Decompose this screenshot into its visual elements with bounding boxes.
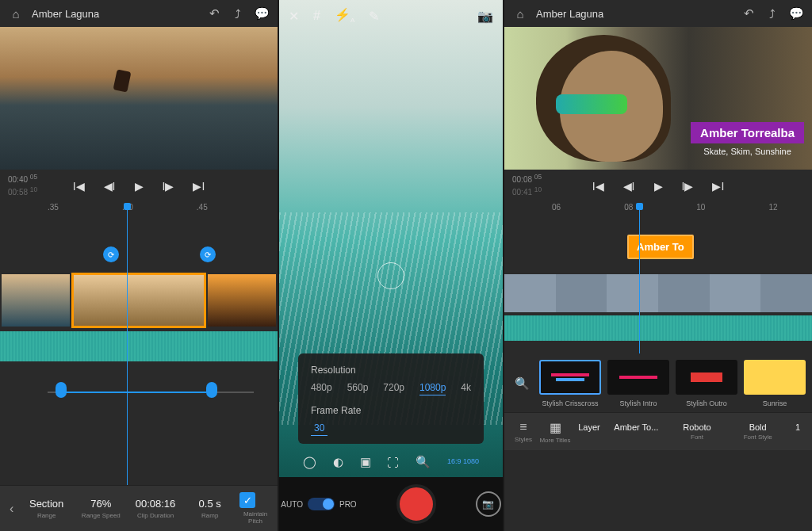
step-forward-icon[interactable]: I▶ [682,180,694,193]
step-forward-icon[interactable]: I▶ [163,180,174,193]
playhead[interactable] [127,203,128,485]
step-back-icon[interactable]: ◀I [623,180,635,193]
grid-icon[interactable]: # [313,9,320,23]
time-ruler: .35 .40 .45 [0,203,278,217]
home-icon[interactable]: ⌂ [512,7,528,21]
audio-track[interactable] [504,315,812,341]
clip-selected[interactable] [71,273,206,328]
preview[interactable]: Amber Torrealba Skate, Skim, Sunshine [504,27,812,170]
skip-start-icon[interactable]: I◀ [592,180,604,193]
resolution-option-selected[interactable]: 1080p [419,382,446,395]
video-track[interactable] [504,274,812,312]
title-tile[interactable] [539,360,601,395]
speed-range-bar[interactable] [0,377,278,406]
speed-percent[interactable]: 76% Range Speed [76,498,126,519]
capture-settings-panel: Resolution 480p 560p 720p 1080p 4k Frame… [298,353,484,444]
clip-duration[interactable]: 00:08:16 Clip Duration [131,498,181,519]
undo-icon[interactable]: ↶ [206,6,222,21]
still-photo-button[interactable]: 📷 [476,491,501,517]
zoom-icon[interactable]: 🔍 [416,455,431,469]
title-tile[interactable] [676,360,737,395]
keyframe-marker[interactable]: ⟳ [103,246,119,262]
exposure-icon[interactable]: ◐ [333,455,343,469]
resolution-option[interactable]: 560p [347,382,369,395]
title-properties-bar: ≡ Styles ▦ More Titles Layer Amber To...… [504,412,812,450]
title-tile[interactable] [607,360,669,395]
eyedropper-icon[interactable]: ✎ [369,9,379,24]
search-icon[interactable]: 🔍 [511,360,533,407]
frame-rate-value[interactable]: 30 [311,422,327,436]
resolution-option[interactable]: 720p [383,382,404,395]
timeline[interactable]: .35 .40 .45 ⟳ ⟳ [0,203,278,485]
aspect-ratio-readout[interactable]: 16:9 1080 [447,458,479,466]
white-balance-icon[interactable]: ▣ [360,455,371,469]
keyframe-marker[interactable]: ⟳ [200,246,216,262]
aperture-icon[interactable]: ◯ [303,455,316,469]
camera-viewfinder[interactable]: ✕ # ⚡A ✎ 📷 Resolution 480p 560p 720p 108… [279,0,503,531]
font-select[interactable]: Roboto Font [668,422,726,441]
camera-bottom-bar: AUTO PRO 📷 [279,477,503,531]
opacity-field[interactable]: 1 [790,422,806,441]
layer-select[interactable]: Layer [574,422,604,441]
play-icon[interactable]: ▶ [135,180,144,193]
font-weight-select[interactable]: Bold Font Style [729,422,787,441]
lower-third-subtitle: Skate, Skim, Sunshine [691,147,804,156]
range-handle-start[interactable] [56,382,67,398]
ramp-duration[interactable]: 0.5 s Ramp [185,498,235,519]
play-icon[interactable]: ▶ [654,180,663,193]
comment-icon[interactable]: 💬 [788,6,804,21]
chevron-left-icon[interactable]: ‹ [6,502,17,516]
title-tile[interactable] [744,360,806,395]
preview-thumbnail-woman: Amber Torrealba Skate, Skim, Sunshine [504,27,812,170]
mode-toggle[interactable]: AUTO PRO [281,498,356,510]
maintain-pitch[interactable]: ✓ Maintain Pitch [239,492,271,525]
share-icon[interactable]: ⤴ [230,7,246,21]
focus-ring-icon[interactable] [377,262,404,289]
playhead[interactable] [639,203,640,353]
record-button[interactable] [396,484,436,524]
audio-track[interactable] [0,331,278,361]
flip-camera-icon[interactable]: 📷 [477,9,493,24]
title-clip[interactable]: Amber To [627,235,694,259]
title-text-field[interactable]: Amber To... [607,422,665,441]
comment-icon[interactable]: 💬 [254,6,270,21]
resolution-options: 480p 560p 720p 1080p 4k [311,382,471,395]
topbar: ⌂ Amber Laguna ↶ ⤴ 💬 [504,0,812,27]
styles-icon[interactable]: ≡ [511,420,536,434]
range-handle-end[interactable] [206,382,217,398]
flash-icon[interactable]: ⚡A [335,7,354,24]
thumbnail [607,274,658,312]
phone-camera: ✕ # ⚡A ✎ 📷 Resolution 480p 560p 720p 108… [279,0,503,531]
thumbnail [710,274,761,312]
thumbnail [658,274,710,312]
speed-section[interactable]: Section Range [21,498,71,519]
clip[interactable] [206,273,278,328]
skip-end-icon[interactable]: ▶I [193,180,205,193]
home-icon[interactable]: ⌂ [8,7,24,21]
mode-auto-label: AUTO [281,500,303,509]
crop-icon[interactable]: ⛶ [387,456,399,469]
share-icon[interactable]: ⤴ [764,7,780,21]
transport-controls: I◀ ◀I ▶ I▶ ▶I [504,170,812,203]
toggle-switch-icon[interactable] [308,498,335,510]
thumbnail [504,274,556,312]
resolution-option[interactable]: 480p [311,382,332,395]
frame-rate-label: Frame Rate [311,405,471,416]
lower-third-name: Amber Torrealba [691,122,804,143]
resolution-option[interactable]: 4k [461,382,471,395]
project-title: Amber Laguna [32,8,198,20]
more-titles-icon[interactable]: ▦ [539,420,571,435]
close-icon[interactable]: ✕ [289,9,299,24]
skip-start-icon[interactable]: I◀ [73,180,85,193]
undo-icon[interactable]: ↶ [741,6,756,21]
skip-end-icon[interactable]: ▶I [712,180,724,193]
preview[interactable] [0,27,278,170]
camera-top-toolbar: ✕ # ⚡A ✎ 📷 [279,0,503,32]
video-track[interactable] [0,273,278,328]
speed-controls: ‹ Section Range 76% Range Speed 00:08:16… [0,485,278,531]
clip[interactable] [0,273,71,328]
timeline[interactable]: 06 08 10 12 Amber To [504,203,812,353]
step-back-icon[interactable]: ◀I [104,180,116,193]
lower-third[interactable]: Amber Torrealba Skate, Skim, Sunshine [691,122,804,156]
checkbox-checked-icon[interactable]: ✓ [239,492,255,508]
